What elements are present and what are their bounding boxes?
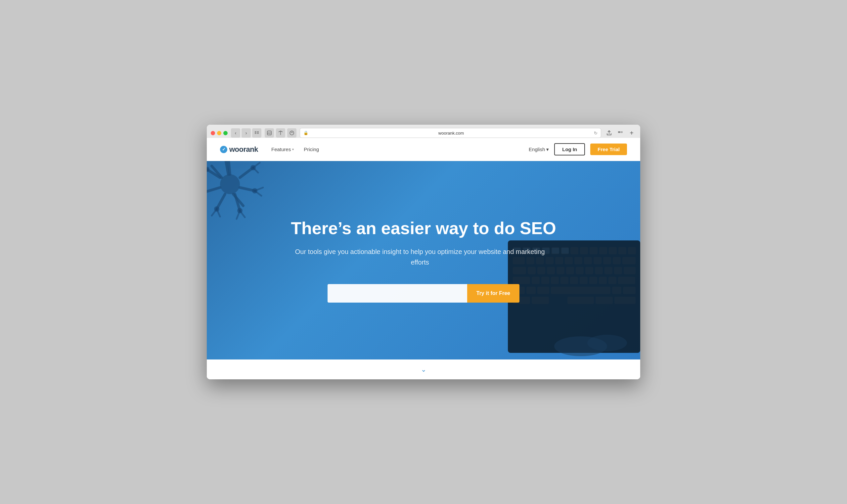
back-button[interactable]: ‹ — [231, 128, 240, 138]
navbar-brand[interactable]: woorank — [220, 145, 258, 154]
svg-rect-5 — [257, 133, 259, 134]
close-button[interactable] — [211, 131, 215, 135]
svg-point-42 — [237, 208, 243, 213]
browser-chrome: ‹ › AD — [207, 125, 640, 138]
svg-rect-56 — [599, 247, 607, 254]
svg-rect-58 — [618, 247, 626, 254]
svg-rect-0 — [255, 131, 257, 132]
svg-rect-55 — [589, 247, 598, 254]
svg-rect-70 — [613, 257, 621, 264]
language-chevron-icon: ▾ — [546, 146, 549, 152]
navbar-nav: Features ▾ Pricing — [271, 146, 529, 152]
svg-text:AD: AD — [267, 132, 271, 134]
svg-line-9 — [279, 131, 281, 132]
scroll-down-icon[interactable]: ⌄ — [421, 365, 426, 373]
traffic-lights — [211, 131, 228, 135]
svg-rect-69 — [603, 257, 611, 264]
reader-button[interactable] — [252, 128, 261, 138]
nav-features[interactable]: Features ▾ — [271, 146, 294, 152]
svg-rect-54 — [580, 247, 588, 254]
extension-icons: AD — [265, 128, 297, 138]
svg-rect-89 — [570, 277, 578, 284]
svg-rect-3 — [257, 131, 259, 132]
browser-window: ‹ › AD — [207, 125, 640, 379]
features-label: Features — [271, 146, 291, 152]
nav-pricing[interactable]: Pricing — [304, 146, 319, 152]
svg-rect-71 — [622, 257, 636, 264]
navbar-right: English ▾ Log In Free Trial — [529, 143, 627, 156]
language-selector[interactable]: English ▾ — [529, 146, 549, 152]
svg-rect-81 — [604, 267, 613, 274]
svg-line-20 — [207, 187, 220, 193]
svg-rect-94 — [618, 277, 635, 284]
svg-rect-53 — [570, 247, 578, 254]
minimize-button[interactable] — [217, 131, 221, 135]
brand-name: woorank — [229, 145, 258, 154]
maximize-button[interactable] — [223, 131, 228, 135]
svg-point-41 — [252, 188, 258, 194]
browser-top-bar: ‹ › AD — [211, 128, 636, 138]
reload-icon[interactable]: ↻ — [594, 131, 598, 136]
ext-icon-1[interactable]: AD — [265, 128, 274, 138]
svg-rect-4 — [257, 132, 259, 133]
url-display: woorank.com — [310, 131, 592, 136]
svg-rect-78 — [576, 267, 584, 274]
svg-rect-57 — [609, 247, 617, 254]
svg-line-10 — [281, 131, 283, 132]
hero-url-input[interactable] — [328, 284, 467, 303]
language-label: English — [529, 146, 545, 152]
share-button[interactable] — [604, 128, 614, 138]
svg-rect-100 — [623, 287, 636, 294]
site-content: woorank Features ▾ Pricing English ▾ Log… — [207, 138, 640, 379]
svg-rect-91 — [589, 277, 597, 284]
hero-content: There’s an easier way to do SEO Our tool… — [278, 192, 569, 329]
svg-point-43 — [214, 206, 219, 212]
pricing-label: Pricing — [304, 146, 319, 152]
browser-nav: ‹ › — [231, 128, 261, 138]
svg-rect-83 — [624, 267, 636, 274]
svg-point-11 — [290, 131, 294, 135]
scroll-indicator: ⌄ — [207, 359, 640, 379]
svg-point-14 — [220, 174, 240, 194]
svg-rect-66 — [575, 257, 582, 264]
svg-rect-80 — [595, 267, 603, 274]
hero-subtitle: Our tools give you actionable insight to… — [291, 246, 549, 268]
svg-rect-79 — [585, 267, 593, 274]
svg-rect-67 — [584, 257, 592, 264]
site-navbar: woorank Features ▾ Pricing English ▾ Log… — [207, 138, 640, 161]
add-tab-button[interactable] — [616, 128, 625, 138]
svg-point-40 — [250, 165, 256, 170]
hero-title: There’s an easier way to do SEO — [291, 218, 556, 238]
lock-icon: 🔒 — [303, 131, 308, 135]
login-button[interactable]: Log In — [554, 143, 585, 156]
address-bar[interactable]: 🔒 woorank.com ↻ — [300, 128, 601, 138]
free-trial-button[interactable]: Free Trial — [590, 144, 627, 155]
brand-logo: woorank — [220, 145, 258, 154]
svg-rect-103 — [567, 296, 594, 304]
ext-icon-3[interactable] — [287, 128, 297, 138]
svg-rect-59 — [628, 247, 636, 254]
svg-rect-104 — [596, 296, 613, 304]
svg-rect-93 — [608, 277, 616, 284]
ext-icon-2[interactable] — [276, 128, 285, 138]
hero-plant-decoration — [207, 161, 289, 244]
woorank-logo-icon — [220, 146, 227, 153]
svg-rect-99 — [612, 287, 621, 294]
svg-rect-90 — [580, 277, 588, 284]
svg-rect-92 — [599, 277, 607, 284]
svg-rect-68 — [594, 257, 601, 264]
svg-rect-2 — [255, 133, 257, 134]
svg-rect-13 — [621, 131, 623, 133]
svg-rect-12 — [618, 131, 620, 133]
browser-actions: + — [604, 128, 636, 138]
features-chevron-icon: ▾ — [292, 147, 294, 151]
hero-search-form: Try it for Free — [328, 284, 519, 303]
svg-rect-1 — [255, 132, 257, 133]
svg-point-113 — [587, 335, 627, 351]
svg-rect-82 — [614, 267, 622, 274]
hero-section: There’s an easier way to do SEO Our tool… — [207, 161, 640, 359]
svg-rect-105 — [614, 296, 636, 304]
forward-button[interactable]: › — [242, 128, 251, 138]
new-tab-plus-button[interactable]: + — [627, 128, 636, 138]
hero-cta-button[interactable]: Try it for Free — [467, 284, 519, 303]
